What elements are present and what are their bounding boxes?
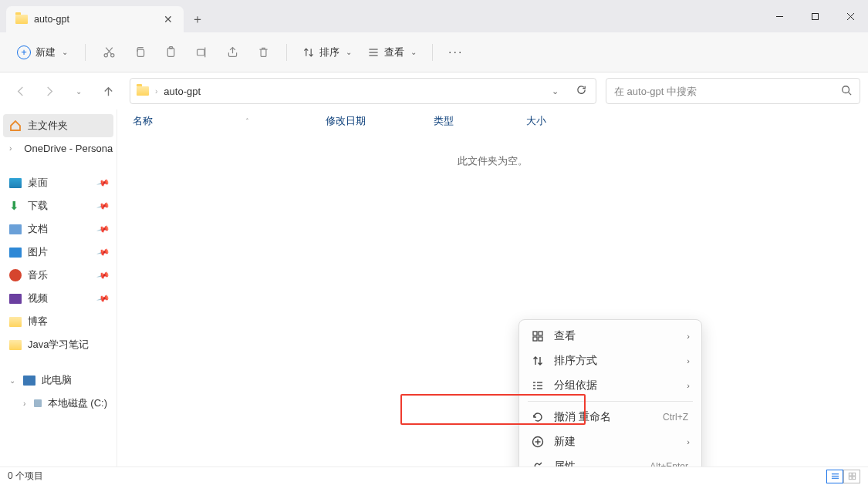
- sidebar-label: 视频: [28, 291, 48, 305]
- chevron-down-icon: ⌄: [346, 48, 352, 56]
- search-input[interactable]: [614, 86, 841, 97]
- sidebar-item-documents[interactable]: 文档 📌: [3, 217, 113, 241]
- ctx-label: 查看: [554, 329, 576, 343]
- svg-point-5: [110, 54, 113, 57]
- new-tab-button[interactable]: ＋: [184, 6, 211, 32]
- sidebar-item-downloads[interactable]: ⬇ 下载 📌: [3, 194, 113, 217]
- column-headers: 名称ˆ 修改日期 类型 大小: [117, 109, 868, 133]
- download-icon: ⬇: [9, 199, 22, 213]
- svg-point-16: [843, 86, 849, 93]
- empty-folder-text: 此文件夹为空。: [117, 133, 868, 168]
- separator: [528, 401, 693, 402]
- sidebar: 主文件夹 › OneDrive - Personal 桌面 📌 ⬇ 下载 📌 文…: [0, 109, 117, 466]
- folder-icon: [137, 86, 149, 96]
- sidebar-item-blog[interactable]: 博客: [3, 310, 113, 333]
- up-button[interactable]: [96, 79, 120, 103]
- chevron-right-icon: ›: [687, 332, 690, 341]
- ctx-new[interactable]: 新建 ›: [523, 429, 697, 454]
- ctx-shortcut: Ctrl+Z: [663, 412, 688, 423]
- sidebar-item-home[interactable]: 主文件夹: [3, 114, 113, 137]
- pin-icon: 📌: [96, 291, 111, 305]
- folder-icon: [9, 340, 22, 350]
- sidebar-item-onedrive[interactable]: › OneDrive - Personal: [3, 137, 113, 159]
- cut-icon[interactable]: [95, 39, 123, 66]
- sidebar-label: OneDrive - Personal: [24, 143, 113, 154]
- view-button[interactable]: 查看 ⌄: [361, 41, 423, 64]
- sidebar-item-java[interactable]: Java学习笔记: [3, 333, 113, 356]
- ctx-group[interactable]: 分组依据 ›: [523, 373, 697, 398]
- pin-icon: 📌: [96, 245, 111, 259]
- maximize-button[interactable]: [797, 0, 833, 32]
- column-size[interactable]: 大小: [526, 114, 588, 128]
- context-menu: 查看 › 排序方式 › 分组依据 › 撤消 重命名 Ctrl+Z 新建: [518, 319, 702, 485]
- close-icon[interactable]: ✕: [162, 13, 174, 25]
- home-icon: [9, 120, 22, 131]
- chevron-right-icon: ›: [687, 356, 690, 365]
- ctx-undo[interactable]: 撤消 重命名 Ctrl+Z: [523, 405, 697, 429]
- desktop-icon: [9, 178, 22, 188]
- sidebar-item-pictures[interactable]: 图片 📌: [3, 241, 113, 264]
- ctx-view[interactable]: 查看 ›: [523, 324, 697, 349]
- svg-line-17: [849, 92, 852, 95]
- chevron-down-icon[interactable]: ⌄: [546, 86, 563, 96]
- column-type[interactable]: 类型: [434, 114, 526, 128]
- copy-icon[interactable]: [126, 39, 154, 66]
- svg-rect-9: [167, 48, 174, 56]
- svg-rect-1: [812, 13, 818, 19]
- sidebar-item-music[interactable]: 音乐 📌: [3, 264, 113, 287]
- forward-button[interactable]: [37, 79, 62, 103]
- sidebar-item-localdisk[interactable]: › 本地磁盘 (C:): [3, 392, 113, 415]
- refresh-icon[interactable]: [572, 84, 589, 98]
- view-details-button[interactable]: [826, 470, 843, 483]
- titlebar: auto-gpt ✕ ＋: [0, 0, 868, 32]
- search-box[interactable]: [606, 78, 860, 104]
- sidebar-label: 本地磁盘 (C:): [48, 396, 107, 410]
- sidebar-label: 主文件夹: [28, 119, 68, 133]
- folder-icon: [9, 317, 22, 327]
- chevron-right-icon: ›: [687, 437, 690, 446]
- share-icon[interactable]: [218, 39, 246, 66]
- new-label: 新建: [35, 45, 56, 59]
- content-area[interactable]: 名称ˆ 修改日期 类型 大小 此文件夹为空。 查看 › 排序方式 › 分组依据 …: [117, 109, 868, 466]
- undo-icon: [531, 410, 545, 424]
- separator: [286, 44, 287, 61]
- new-button[interactable]: + 新建 ⌄: [9, 41, 76, 64]
- status-bar: 0 个项目: [0, 466, 868, 485]
- chevron-down-icon: ⌄: [62, 48, 68, 56]
- minimize-button[interactable]: [762, 0, 797, 32]
- search-icon[interactable]: [841, 85, 852, 98]
- svg-rect-21: [539, 337, 542, 341]
- chevron-down-icon: ⌄: [410, 48, 417, 56]
- ctx-label: 撤消 重命名: [554, 410, 611, 424]
- column-date[interactable]: 修改日期: [326, 114, 434, 128]
- ctx-sort[interactable]: 排序方式 ›: [523, 349, 697, 373]
- navigation-row: ⌄ › auto-gpt ⌄: [0, 72, 868, 109]
- folder-icon: [15, 15, 28, 24]
- sidebar-item-videos[interactable]: 视频 📌: [3, 287, 113, 310]
- sort-button[interactable]: 排序 ⌄: [296, 41, 358, 64]
- close-window-button[interactable]: [833, 0, 868, 32]
- address-folder[interactable]: auto-gpt: [164, 86, 201, 97]
- view-label: 查看: [384, 45, 404, 59]
- svg-line-6: [106, 48, 112, 55]
- sort-icon: [531, 354, 545, 368]
- delete-icon[interactable]: [249, 39, 277, 66]
- sidebar-item-thispc[interactable]: ⌄ 此电脑: [3, 369, 113, 392]
- sidebar-label: 音乐: [28, 268, 48, 282]
- view-grid-button[interactable]: [843, 470, 860, 483]
- rename-icon[interactable]: [187, 39, 215, 66]
- back-button[interactable]: [8, 79, 32, 103]
- sidebar-label: 博客: [28, 315, 48, 328]
- column-name[interactable]: 名称ˆ: [133, 114, 326, 128]
- sidebar-item-desktop[interactable]: 桌面 📌: [3, 171, 113, 194]
- address-bar[interactable]: › auto-gpt ⌄: [130, 78, 596, 104]
- sidebar-label: 桌面: [28, 176, 48, 190]
- more-button[interactable]: ···: [442, 45, 469, 59]
- paste-icon[interactable]: [157, 39, 184, 66]
- group-icon: [531, 379, 545, 392]
- grid-icon: [531, 329, 545, 343]
- pictures-icon: [9, 248, 22, 258]
- tab-current[interactable]: auto-gpt ✕: [6, 6, 184, 32]
- recent-button[interactable]: ⌄: [66, 79, 91, 103]
- separator: [85, 44, 86, 61]
